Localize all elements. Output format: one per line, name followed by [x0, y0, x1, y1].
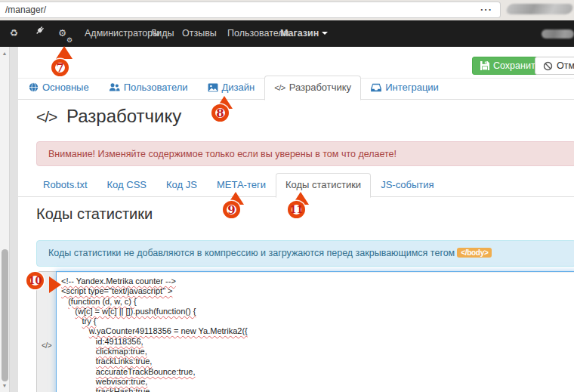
- tab-developer[interactable]: </> Разработчику: [264, 76, 361, 100]
- annotation-marker-7: 7: [51, 59, 69, 76]
- code-brackets-icon: </>: [274, 83, 285, 92]
- gears-icon[interactable]: ⚙ ⚙: [58, 20, 66, 47]
- obscured-username: [542, 29, 574, 39]
- gear-icon: ⚙: [58, 28, 66, 39]
- inbox-icon: [371, 83, 381, 92]
- main-tab-bar: Основные Пользователи Дизайн: [18, 76, 574, 100]
- page-area: ▲ ▼ Сохранить Отмена: [0, 47, 574, 392]
- warning-alert: Внимание! Изменяйте содержимое только ес…: [36, 141, 574, 166]
- marker-7-pointer: [56, 46, 73, 59]
- image-icon: [208, 83, 218, 92]
- code-line: trackHash:true: [61, 387, 573, 392]
- code-line: accurateTrackBounce:true,: [61, 367, 573, 377]
- address-bar[interactable]: /manager/ ···: [0, 2, 501, 18]
- subtab-js-code[interactable]: Код JS: [156, 173, 207, 196]
- info-alert: Коды статистики не добавляются в компрес…: [36, 240, 574, 267]
- subtab-statistics-codes[interactable]: Коды статистики: [276, 173, 371, 198]
- statistics-code-textarea[interactable]: <!-- Yandex.Metrika counter --> <script …: [56, 271, 574, 392]
- scroll-down-arrow-icon[interactable]: ▼: [0, 383, 9, 388]
- url-text: /manager/: [5, 5, 46, 15]
- annotation-marker-10: 10: [26, 272, 44, 289]
- tab-label: Пользователи: [124, 82, 188, 93]
- tab-users[interactable]: Пользователи: [99, 76, 198, 99]
- info-text: Коды статистики не добавляются в компрес…: [48, 248, 455, 258]
- users-icon: [109, 82, 120, 92]
- tab-label: Robots.txt: [43, 179, 88, 190]
- tab-integrations[interactable]: Интеграции: [361, 76, 449, 99]
- tab-label: Интеграции: [385, 82, 439, 93]
- annotation-marker-11: 11: [288, 201, 305, 218]
- left-scrollbar[interactable]: ▲ ▼: [0, 47, 10, 392]
- code-line: webvisor:true,: [61, 377, 573, 387]
- globe-icon: [29, 82, 39, 92]
- code-line: try {: [61, 316, 573, 326]
- navbar-item-shop-dropdown[interactable]: Магазин: [280, 20, 328, 47]
- scroll-up-arrow-icon[interactable]: ▲: [0, 51, 9, 56]
- page-title: </> Разработчику: [36, 106, 181, 127]
- save-label: Сохранить: [493, 60, 540, 71]
- section-title: Коды статистики: [36, 205, 153, 223]
- code-line: <!-- Yandex.Metrika counter -->: [61, 276, 573, 286]
- tab-general[interactable]: Основные: [19, 76, 99, 99]
- code-line: id:49118356,: [61, 337, 573, 347]
- tab-label: JS-события: [381, 179, 434, 190]
- ban-icon: [543, 61, 553, 71]
- settings-panel: Сохранить Отмена Основные: [18, 47, 574, 392]
- tab-label: Разработчику: [289, 82, 351, 93]
- code-line: <script type="text/javascript" >: [61, 286, 573, 296]
- tab-label: Основные: [42, 82, 89, 93]
- shop-label: Магазин: [280, 28, 319, 39]
- navbar-item-reviews[interactable]: Отзывы: [182, 20, 217, 47]
- tab-label: Дизайн: [222, 82, 255, 93]
- statistics-code-group: </> <!-- Yandex.Metrika counter --> <scr…: [36, 271, 574, 392]
- subtab-robots-txt[interactable]: Robots.txt: [33, 173, 97, 196]
- code-line: trackLinks:true,: [61, 357, 573, 366]
- annotation-marker-9: 9: [223, 201, 240, 218]
- browser-chrome: /manager/ ···: [0, 0, 574, 20]
- plug-icon[interactable]: [34, 20, 45, 47]
- navbar-item-administrators[interactable]: Администраторы: [85, 20, 159, 47]
- code-brackets-icon: </>: [42, 341, 51, 350]
- subtab-js-events[interactable]: JS-события: [371, 173, 443, 196]
- scrollbar-thumb[interactable]: [2, 249, 8, 381]
- floppy-disk-icon: [480, 61, 489, 70]
- recycle-icon[interactable]: ♻: [10, 20, 18, 47]
- body-tag-badge: </body>: [457, 248, 492, 258]
- code-brackets-icon: </>: [36, 108, 57, 125]
- tab-label: Коды статистики: [285, 179, 361, 190]
- admin-navbar: ♻ ⚙ ⚙ Администраторы Лиды Отзывы Пользов…: [0, 20, 574, 47]
- tab-label: МЕТА-теги: [217, 179, 266, 190]
- code-line: (function (d, w, c) {: [61, 297, 573, 307]
- page-title-text: Разработчику: [66, 106, 181, 126]
- annotation-marker-8: 8: [211, 104, 229, 122]
- cancel-label: Отмена: [557, 60, 574, 71]
- navbar-item-leads[interactable]: Лиды: [150, 20, 174, 47]
- warning-text: Внимание! Изменяйте содержимое только ес…: [48, 149, 397, 159]
- caret-down-icon: [322, 32, 328, 35]
- subtab-css-code[interactable]: Код CSS: [97, 173, 156, 196]
- code-line: clickmap:true,: [61, 347, 573, 357]
- code-line: w.yaCounter49118356 = new Ya.Metrika2({: [61, 326, 573, 336]
- marker-10-pointer: [49, 276, 61, 293]
- ellipsis-icon[interactable]: ···: [480, 6, 492, 14]
- tab-label: Код CSS: [107, 179, 147, 190]
- obscured-browser-text: [505, 4, 574, 14]
- tab-label: Код JS: [166, 179, 197, 190]
- cancel-button[interactable]: Отмена: [535, 57, 574, 75]
- code-line: (w[c] = w[c] || []).push(function() {: [61, 307, 573, 316]
